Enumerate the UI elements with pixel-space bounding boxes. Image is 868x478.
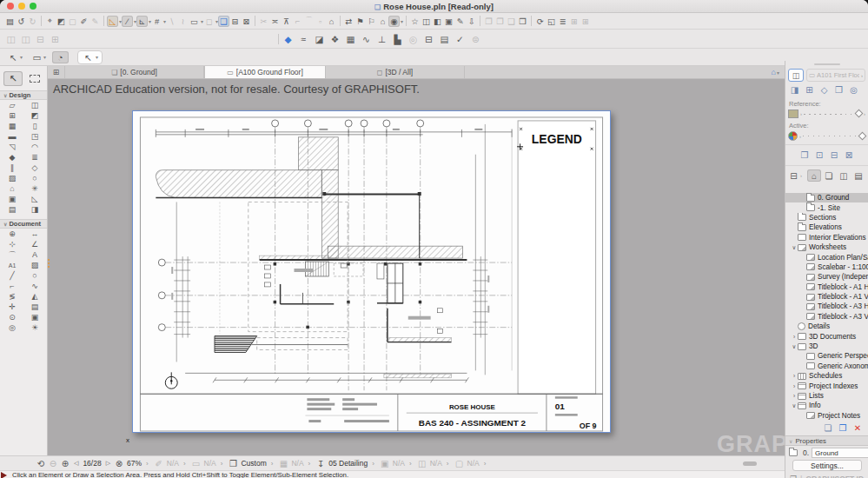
pick-up-parameters-icon[interactable]: ✐ (78, 16, 89, 27)
place-drawing-icon[interactable]: ▣ (443, 16, 454, 27)
navigator-item-generic-perspective[interactable]: Generic Perspective (785, 351, 868, 361)
dock-panel-3-icon[interactable]: ⊟ (34, 32, 47, 45)
legend-box[interactable]: LEGEND (517, 121, 596, 394)
layout-select-button[interactable]: ◫ (788, 69, 804, 82)
reference-color-swatch[interactable] (788, 110, 798, 118)
refresh-icon[interactable]: ◎ (848, 84, 859, 96)
dock-panel-1-icon[interactable]: ◫ (4, 32, 17, 45)
detail-tool[interactable]: ⊙ (1, 312, 23, 322)
light-tool[interactable]: ☀ (23, 322, 46, 333)
trace-splitter-icon[interactable]: ⊠ (844, 149, 855, 161)
shell-tool[interactable]: ◠ (23, 142, 46, 152)
status-segment-working-units[interactable]: ▣N/A› (379, 458, 416, 469)
element-information-button[interactable]: ↖▾ (5, 51, 25, 63)
dimension-style-icon[interactable]: ↧ (315, 458, 327, 469)
stair-tool[interactable]: ≣ (23, 152, 46, 163)
document-section-header[interactable]: ∨Document (0, 219, 47, 229)
column-symbols-icon[interactable]: ⊟ (422, 32, 435, 45)
navigator-item-survey-independent[interactable]: Survey (Independent) (785, 272, 868, 282)
line-tool[interactable]: ╱ (1, 270, 23, 281)
navigator-item-titleblock-a1-horiz[interactable]: Titleblock - A1 Horiz (785, 282, 868, 292)
ceiling-tool[interactable]: ▤ (1, 204, 23, 215)
layout-sheet[interactable]: LEGEND (132, 110, 611, 433)
tab-overview-icon[interactable]: ⊞ (48, 66, 65, 78)
polygon-op-icon[interactable]: ◇ (818, 84, 830, 96)
element-information-icon[interactable]: ↖ (8, 51, 19, 63)
trim-icon[interactable]: ⊼ (281, 16, 292, 27)
status-segment-marker-style[interactable]: ▭N/A› (190, 458, 228, 469)
favorites-f-icon[interactable]: ⚐ (366, 16, 377, 27)
chevron-right-icon[interactable]: › (271, 460, 274, 468)
trace-above-icon[interactable]: ⊡ (814, 149, 825, 161)
snap-guides-icon[interactable]: ∕ (122, 16, 133, 27)
zoom-in-icon[interactable]: ⊕ (59, 458, 71, 469)
pipe-routing-icon[interactable]: ∿ (360, 32, 373, 45)
renovation-filter-icon[interactable]: ◆ (282, 32, 295, 45)
inject-parameters-icon[interactable]: ✎ (89, 16, 101, 27)
navigator-item-3d-documents[interactable]: ›3D Documents (785, 331, 868, 341)
project-map-icon[interactable]: ⌂ (807, 169, 821, 182)
layout-selector-dropdown[interactable]: ▭ A101 First Floor › (806, 69, 865, 82)
copy-settings-icon[interactable]: ◨ (789, 84, 800, 96)
marquee-tool[interactable] (25, 71, 44, 86)
level-dimension-tool[interactable]: ⊹ (1, 239, 23, 249)
suspend-groups-icon[interactable]: ❑ (218, 16, 229, 27)
zoom-level[interactable]: 67% (127, 459, 142, 468)
marquee-icon[interactable]: ▭ (189, 16, 200, 27)
rotate-view-icon[interactable]: ⟳ (534, 16, 546, 27)
hotlink-update-icon[interactable]: ❒ (517, 16, 528, 27)
chevron-right-icon[interactable]: › (791, 373, 798, 379)
dock-panel-4-icon[interactable]: ⊞ (49, 32, 62, 45)
circle-tool[interactable]: ○ (23, 270, 46, 281)
navigator-item-sections[interactable]: Sections (785, 213, 868, 222)
new-folder-icon[interactable]: ❏ (823, 422, 833, 433)
railing-tool[interactable]: ∥ (1, 163, 23, 173)
fit-in-window-icon[interactable]: ⊗ (113, 458, 125, 469)
properties-header[interactable]: ∨ Properties (785, 435, 868, 446)
fill-tool[interactable]: ▨ (23, 260, 46, 270)
elevation-tool[interactable]: ◭ (23, 291, 46, 302)
element-capture-icon[interactable]: ◫ (421, 16, 432, 27)
legend-title[interactable]: LEGEND (532, 132, 582, 146)
marker-style-icon[interactable]: ▭ (190, 458, 202, 469)
publisher-sets-icon[interactable]: ▤ (851, 169, 865, 182)
text-tool[interactable]: A (23, 249, 46, 260)
chevron-right-icon[interactable]: › (484, 460, 487, 468)
navigator-item-lists[interactable]: ›Lists (785, 391, 868, 401)
home-story-icon[interactable]: ⌂ (377, 16, 388, 27)
roof-tool[interactable]: ◹ (1, 142, 23, 152)
lamp-tool[interactable]: ✳ (23, 183, 46, 194)
dropdown-caret-icon[interactable]: ▾ (96, 54, 98, 60)
panel-tool[interactable]: ◨ (23, 204, 46, 215)
dock-panel-2-icon[interactable]: ◫ (19, 32, 32, 45)
chevron-right-icon[interactable]: › (221, 460, 223, 468)
pen-set-icon[interactable]: ✐ (153, 458, 165, 469)
arrow-tool[interactable]: ↖ (3, 71, 23, 86)
equipment-tool[interactable]: ▣ (1, 194, 23, 204)
model-view-options-icon[interactable]: ▦ (277, 458, 289, 469)
section-segment-icon[interactable]: ◱ (546, 16, 557, 27)
trace-move-icon[interactable]: ⊟ (829, 149, 840, 161)
chevron-right-icon[interactable]: › (791, 383, 798, 389)
navigator-item-scalebar-1-100-ind[interactable]: Scalebar - 1:100 (Ind (785, 262, 868, 272)
navigator-item-titleblock-a3-vertic[interactable]: Titleblock - A3 Vertic (785, 312, 868, 322)
navigator-item-location-plan-satellit[interactable]: Location Plan/Satellit (785, 252, 868, 262)
status-segment-pen-set[interactable]: ✐N/A› (153, 458, 190, 469)
zone-tool[interactable]: ◇ (23, 163, 46, 173)
spline-tool[interactable]: ∿ (23, 281, 46, 291)
zone-updater-icon[interactable]: ▙ (391, 32, 404, 45)
palette-resize-handle[interactable] (48, 259, 50, 268)
composites-icon[interactable]: ❖ (328, 32, 341, 45)
profiles-icon[interactable]: ▦ (344, 32, 357, 45)
renovation-status-icon[interactable]: ◫ (416, 458, 428, 469)
chevron-right-icon[interactable]: › (308, 460, 311, 468)
object-tool[interactable]: ⌂ (1, 183, 23, 194)
panel-drag-handle[interactable] (814, 63, 840, 65)
plane-snap-icon[interactable]: ≀ (177, 16, 189, 27)
reference-slider-knob[interactable] (855, 110, 864, 118)
skylight-tool[interactable]: ◩ (23, 110, 46, 121)
rotate-control-icon[interactable]: ◔ (55, 51, 66, 63)
cursor-mode-icon[interactable]: ↖ (82, 50, 95, 63)
scale-ruler-icon[interactable]: ≈ (297, 32, 310, 45)
section-tool[interactable]: ≶ (1, 291, 23, 302)
